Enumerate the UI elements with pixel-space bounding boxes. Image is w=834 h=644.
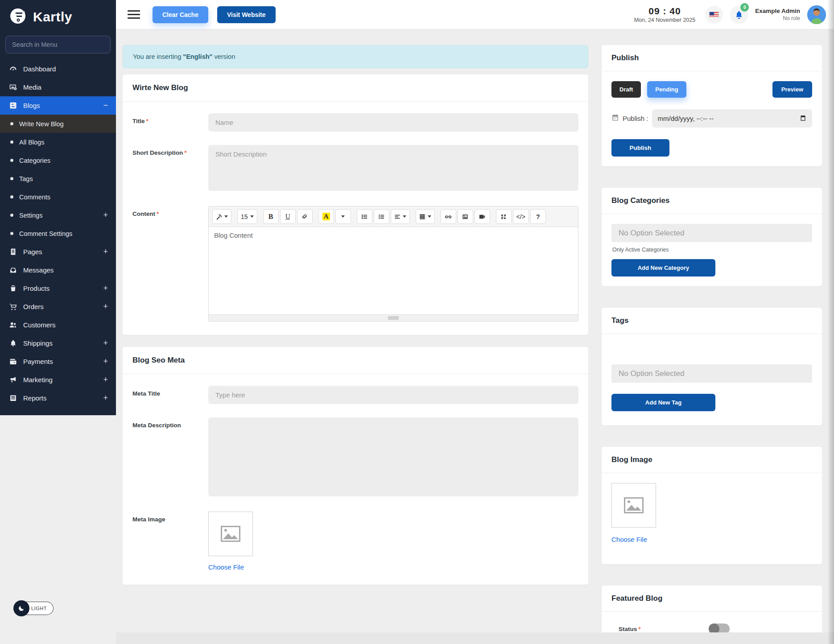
sidebar-item-pages[interactable]: Pages + bbox=[0, 243, 116, 261]
tags-multiselect[interactable]: No Option Selected bbox=[611, 364, 812, 383]
content-editable-area[interactable]: Blog Content bbox=[209, 227, 578, 314]
pending-button[interactable]: Pending bbox=[647, 81, 686, 98]
font-color-dropdown[interactable] bbox=[335, 209, 351, 224]
sidebar-item-payments[interactable]: Payments + bbox=[0, 352, 116, 371]
sidebar-item-media[interactable]: Media bbox=[0, 78, 116, 96]
sidebar-item-label: Blogs bbox=[23, 102, 40, 109]
date-picker-icon[interactable] bbox=[800, 115, 806, 123]
sidebar-subitem-comments[interactable]: Comments bbox=[0, 188, 116, 206]
bullet-icon bbox=[10, 195, 13, 198]
blog-image-choose-file-link[interactable]: Choose File bbox=[611, 536, 647, 543]
sidebar-item-messages[interactable]: Messages bbox=[0, 261, 116, 279]
sidebar-search-input[interactable] bbox=[5, 36, 111, 54]
expand-plus-icon[interactable]: + bbox=[103, 375, 108, 384]
code-view-button[interactable]: </> bbox=[513, 209, 529, 224]
page-content: You are inserting "English" version Wirt… bbox=[116, 29, 834, 644]
table-button[interactable] bbox=[416, 209, 435, 224]
bold-button[interactable]: B bbox=[263, 209, 279, 224]
language-flag-button[interactable] bbox=[705, 6, 723, 24]
sidebar-subitem-comment-settings[interactable]: Comment Settings bbox=[0, 224, 116, 243]
sidebar-item-products[interactable]: Products + bbox=[0, 279, 116, 297]
short-description-label: Short Description* bbox=[132, 145, 208, 193]
bullet-icon bbox=[10, 214, 13, 217]
sidebar-item-shippings[interactable]: Shippings + bbox=[0, 334, 116, 352]
bullet-icon bbox=[10, 122, 13, 125]
blog-image-preview bbox=[611, 483, 656, 528]
meta-description-label: Meta Description bbox=[132, 417, 208, 498]
notifications-button[interactable]: 0 bbox=[730, 6, 748, 24]
draft-button[interactable]: Draft bbox=[611, 81, 641, 98]
add-new-tag-button[interactable]: Add New Tag bbox=[611, 394, 715, 411]
fullscreen-button[interactable] bbox=[496, 209, 512, 224]
status-label: Status* bbox=[619, 626, 641, 632]
sidebar-subitem-all-blogs[interactable]: All Blogs bbox=[0, 133, 116, 151]
sidebar-item-label: Pages bbox=[23, 248, 42, 256]
underline-button[interactable]: U bbox=[280, 209, 296, 224]
visit-website-button[interactable]: Visit Website bbox=[217, 6, 276, 23]
sidebar-subitem-tags[interactable]: Tags bbox=[0, 169, 116, 188]
logo[interactable]: Kartly bbox=[0, 0, 116, 32]
sidebar-item-dashboard[interactable]: Dashboard bbox=[0, 60, 116, 78]
help-button[interactable]: ? bbox=[530, 209, 546, 224]
clear-format-button[interactable] bbox=[297, 209, 313, 224]
sidebar-item-label: Payments bbox=[23, 358, 53, 365]
short-description-textarea[interactable] bbox=[208, 145, 578, 191]
preview-button[interactable]: Preview bbox=[772, 81, 812, 98]
sidebar-item-reports[interactable]: Reports + bbox=[0, 389, 116, 407]
title-input[interactable] bbox=[208, 113, 578, 132]
sidebar-item-blogs[interactable]: Blogs − bbox=[0, 96, 116, 115]
expand-plus-icon[interactable]: + bbox=[103, 339, 108, 348]
card-title: Wirte New Blog bbox=[123, 74, 588, 102]
customers-icon bbox=[9, 321, 17, 329]
required-asterisk: * bbox=[146, 118, 149, 124]
main-column: Clear Cache Visit Website 09 : 40 Mon, 2… bbox=[116, 0, 834, 644]
sidebar-item-label: Orders bbox=[23, 303, 44, 310]
ordered-list-button[interactable] bbox=[374, 209, 389, 224]
scrollbar[interactable] bbox=[828, 0, 834, 644]
expand-plus-icon[interactable]: + bbox=[103, 284, 108, 293]
sidebar-item-label: Products bbox=[23, 285, 50, 292]
sidebar-item-orders[interactable]: Orders + bbox=[0, 297, 116, 316]
sidebar-subitem-categories[interactable]: Categories bbox=[0, 151, 116, 169]
sidebar-item-label: Shippings bbox=[23, 339, 53, 347]
tags-placeholder: No Option Selected bbox=[619, 369, 684, 378]
meta-image-choose-file-link[interactable]: Choose File bbox=[208, 563, 244, 571]
sidebar-item-customers[interactable]: Customers bbox=[0, 316, 116, 334]
expand-plus-icon[interactable]: + bbox=[103, 393, 108, 403]
expand-plus-icon[interactable]: + bbox=[103, 302, 108, 311]
clock-time: 09 : 40 bbox=[648, 6, 681, 17]
meta-description-textarea[interactable] bbox=[208, 417, 578, 496]
insert-video-button[interactable] bbox=[475, 209, 490, 224]
clear-cache-button[interactable]: Clear Cache bbox=[153, 6, 208, 23]
style-magic-button[interactable] bbox=[212, 209, 231, 224]
hamburger-menu-icon[interactable] bbox=[128, 10, 140, 19]
notification-badge: 0 bbox=[740, 3, 749, 12]
collapse-minus-icon[interactable]: − bbox=[103, 101, 108, 110]
sidebar-subitem-write-new-blog[interactable]: Write New Blog bbox=[0, 115, 116, 133]
sidebar-item-marketing[interactable]: Marketing + bbox=[0, 371, 116, 389]
font-size-button[interactable]: 15 bbox=[237, 209, 257, 224]
expand-plus-icon[interactable]: + bbox=[103, 247, 108, 256]
insert-image-button[interactable] bbox=[458, 209, 473, 224]
publish-button[interactable]: Publish bbox=[611, 139, 669, 157]
add-new-category-button[interactable]: Add New Category bbox=[611, 259, 715, 277]
paragraph-align-button[interactable] bbox=[391, 209, 410, 224]
title-field-row: Title* bbox=[132, 113, 578, 132]
theme-toggle[interactable]: LIGHT bbox=[13, 600, 54, 616]
bullet-icon bbox=[10, 140, 13, 144]
sidebar-subitem-settings[interactable]: Settings + bbox=[0, 206, 116, 224]
avatar[interactable] bbox=[807, 5, 826, 24]
sidebar-nav: Dashboard Media Blogs − bbox=[0, 60, 116, 407]
unordered-list-button[interactable] bbox=[357, 209, 372, 224]
publish-date-input[interactable]: mm/dd/yyyy, --:-- -- bbox=[652, 109, 812, 128]
expand-plus-icon[interactable]: + bbox=[103, 211, 108, 220]
font-color-button[interactable]: A bbox=[318, 209, 334, 224]
editor-resize-handle[interactable] bbox=[209, 314, 578, 321]
meta-title-input[interactable] bbox=[208, 386, 578, 404]
expand-plus-icon[interactable]: + bbox=[103, 357, 108, 366]
marketing-icon bbox=[9, 376, 17, 384]
categories-multiselect[interactable]: No Option Selected bbox=[611, 224, 812, 242]
insert-link-button[interactable] bbox=[441, 209, 456, 224]
user-meta: Example Admin No role bbox=[755, 8, 800, 21]
media-icon bbox=[9, 83, 17, 91]
